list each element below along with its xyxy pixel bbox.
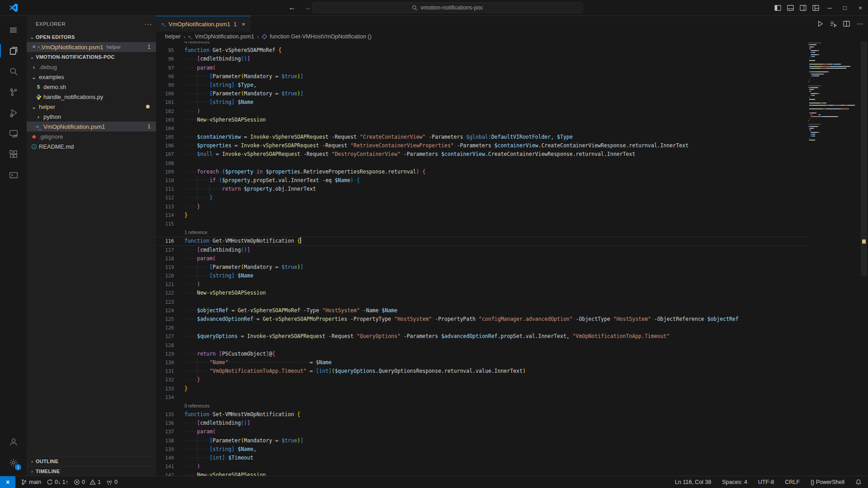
line-number: 127 bbox=[156, 332, 174, 341]
line-number: 137 bbox=[156, 427, 174, 436]
split-editor-icon[interactable] bbox=[843, 20, 850, 27]
line-number: 129 bbox=[156, 350, 174, 358]
tree-item-handle-notifications-py[interactable]: handle_notifications.py bbox=[27, 92, 156, 102]
toggle-secondary-sidebar-icon[interactable] bbox=[797, 2, 809, 14]
open-editor-label: VmOpNotification.psm1 bbox=[42, 44, 104, 51]
explorer-icon[interactable] bbox=[0, 40, 27, 61]
workspace-header[interactable]: ⌄ VMOTION-NOTIFICATIONS-POC bbox=[27, 52, 156, 62]
tree-item--gitignore[interactable]: ◆.gitignore bbox=[27, 131, 156, 141]
code-line-134: 134 bbox=[156, 393, 808, 402]
tree-item-readme-md[interactable]: README.md bbox=[27, 141, 156, 151]
line-number: 96 bbox=[156, 55, 174, 63]
nav-forward-button[interactable]: → bbox=[304, 4, 311, 12]
live-preview-icon[interactable] bbox=[0, 165, 27, 186]
explorer-title: EXPLORER bbox=[36, 21, 66, 27]
timeline-section-header[interactable]: › TIMELINE bbox=[27, 466, 156, 476]
extensions-icon[interactable] bbox=[0, 144, 27, 165]
line-number: 118 bbox=[156, 254, 174, 263]
toggle-panel-icon[interactable] bbox=[784, 2, 797, 14]
problems-badge: 1 bbox=[147, 44, 151, 50]
git-sync-item[interactable]: 0↓ 1↑ bbox=[47, 479, 68, 485]
line-number: 102 bbox=[156, 107, 174, 116]
line-number: 136 bbox=[156, 419, 174, 427]
line-number: 109 bbox=[156, 168, 174, 176]
code-line-102: 102····) bbox=[156, 107, 808, 116]
cursor-position[interactable]: Ln 116, Col 38 bbox=[675, 479, 711, 485]
eol-sequence[interactable]: CRLF bbox=[785, 479, 800, 485]
remote-explorer-icon[interactable] bbox=[0, 123, 27, 144]
code-line-139: 139········[string]·$Name, bbox=[156, 445, 808, 454]
open-editor-item[interactable]: × >_ VmOpNotification.psm1 helper 1 bbox=[27, 42, 156, 52]
window-minimize-button[interactable]: ─ bbox=[822, 0, 837, 16]
tree-item-label: .debug bbox=[39, 64, 57, 70]
line-number: 142 bbox=[156, 471, 174, 476]
open-editors-header[interactable]: ⌄ OPEN EDITORS bbox=[27, 32, 156, 42]
close-icon[interactable]: × bbox=[30, 44, 38, 50]
line-number: 116 bbox=[156, 237, 174, 245]
tab-close-icon[interactable]: × bbox=[242, 21, 245, 28]
code-line-101: 101········[string]·$Name bbox=[156, 98, 808, 107]
window-maximize-button[interactable]: □ bbox=[837, 0, 853, 16]
run-button[interactable] bbox=[817, 20, 824, 27]
indentation[interactable]: Spaces: 4 bbox=[722, 479, 747, 485]
language-mode[interactable]: {} PowerShell bbox=[811, 479, 844, 485]
code-area[interactable]: 4 references95function·Get-vSphereSOAPMo… bbox=[156, 42, 808, 476]
tree-item-vmopnotification-psm1[interactable]: >_VmOpNotification.psm11 bbox=[27, 122, 156, 131]
code-line-120: 120········[string]·$Name bbox=[156, 272, 808, 280]
minimap[interactable] bbox=[808, 42, 860, 476]
breadcrumb-folder[interactable]: helper bbox=[165, 33, 181, 40]
more-actions-icon[interactable]: ⋯ bbox=[856, 20, 863, 28]
explorer-more-actions-icon[interactable]: ··· bbox=[145, 20, 152, 28]
tab-vmopnotification[interactable]: >_ VmOpNotification.psm1 1 × bbox=[156, 16, 250, 32]
git-branch-item[interactable]: main bbox=[21, 479, 41, 485]
code-line-97: 97····param( bbox=[156, 64, 808, 72]
customize-layout-icon[interactable] bbox=[809, 2, 822, 14]
code-line-129: 129····return·[PSCustomObject]@{ bbox=[156, 350, 808, 358]
chevron-down-icon: ⌄ bbox=[28, 54, 36, 60]
outline-section-header[interactable]: › OUTLINE bbox=[27, 456, 156, 466]
ports-item[interactable]: 0 bbox=[106, 479, 118, 485]
tree-item-demo-sh[interactable]: $demo.sh bbox=[27, 82, 156, 92]
window-close-button[interactable]: × bbox=[853, 0, 868, 16]
breadcrumb-file[interactable]: VmOpNotification.psm1 bbox=[195, 33, 254, 40]
search-view-icon[interactable] bbox=[0, 61, 27, 82]
toggle-sidebar-icon[interactable] bbox=[771, 2, 784, 14]
remote-indicator[interactable]: × bbox=[0, 476, 15, 488]
code-line-137: 137····param( bbox=[156, 427, 808, 436]
code-line-115: 115 bbox=[156, 220, 808, 228]
line-number: 107 bbox=[156, 150, 174, 159]
nav-back-button[interactable]: ← bbox=[288, 4, 296, 12]
breadcrumb-symbol[interactable]: function Get-VMHostVmOpNotification () bbox=[270, 33, 372, 40]
codelens-row[interactable]: 4 references bbox=[156, 42, 808, 46]
settings-badge: 1 bbox=[15, 464, 21, 470]
command-center-search[interactable]: vmotion-notifications-poc bbox=[312, 2, 583, 13]
breadcrumb: helper › >_ VmOpNotification.psm1 › func… bbox=[156, 32, 868, 42]
line-number bbox=[156, 228, 174, 237]
line-number: 98 bbox=[156, 72, 174, 81]
codelens-row[interactable]: 1 reference bbox=[156, 228, 808, 237]
tree-folder--debug[interactable]: ›.debug bbox=[27, 62, 156, 72]
account-icon[interactable] bbox=[0, 432, 27, 452]
code-editor[interactable]: 4 references95function·Get-vSphereSOAPMo… bbox=[156, 42, 868, 476]
run-debug-icon[interactable] bbox=[0, 103, 27, 123]
vertical-scrollbar[interactable] bbox=[860, 42, 868, 476]
problems-item[interactable]: 0 1 bbox=[74, 479, 101, 485]
line-number: 97 bbox=[156, 64, 174, 72]
chevron-right-icon: › bbox=[35, 113, 42, 120]
encoding[interactable]: UTF-8 bbox=[758, 479, 774, 485]
codelens-row[interactable]: 0 references bbox=[156, 402, 808, 410]
settings-gear-icon[interactable]: 1 bbox=[0, 452, 27, 473]
tree-item-label: README.md bbox=[39, 143, 74, 150]
code-line-111: 111············return·$property.obj.Inne… bbox=[156, 185, 808, 193]
tree-folder-helper[interactable]: ⌄helper bbox=[27, 102, 156, 112]
powershell-file-icon: >_ bbox=[38, 45, 42, 49]
line-number: 125 bbox=[156, 315, 174, 324]
notifications-bell-icon[interactable] bbox=[855, 479, 862, 485]
tab-bar: >_ VmOpNotification.psm1 1 × ⋯ bbox=[156, 16, 868, 32]
tree-folder-python[interactable]: ›python bbox=[27, 112, 156, 122]
menu-icon[interactable] bbox=[0, 19, 27, 40]
vscode-logo-icon bbox=[0, 3, 27, 12]
run-selector-icon[interactable] bbox=[830, 20, 837, 27]
source-control-icon[interactable] bbox=[0, 82, 27, 103]
tree-folder-examples[interactable]: ⌄examples bbox=[27, 72, 156, 82]
